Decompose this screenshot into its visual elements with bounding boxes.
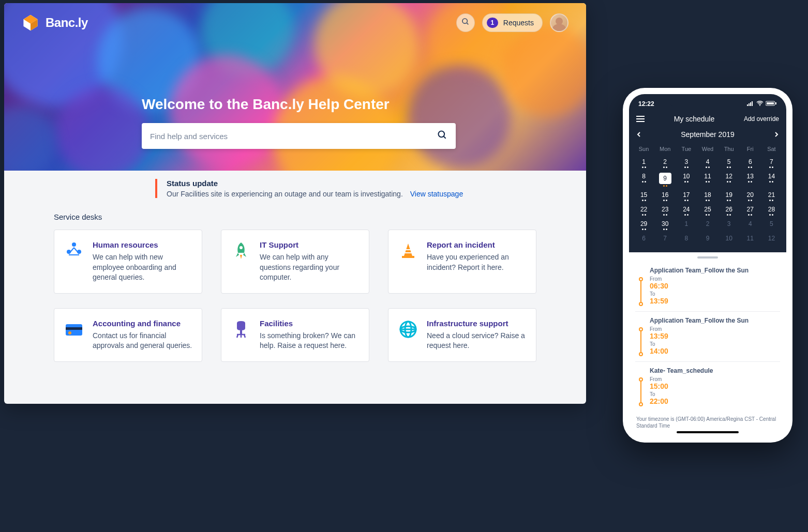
home-indicator[interactable] bbox=[677, 431, 739, 433]
calendar-day[interactable]: 20 bbox=[740, 188, 761, 203]
search-box[interactable] bbox=[142, 123, 456, 149]
calendar-day[interactable]: 8 bbox=[676, 232, 697, 246]
calendar-day[interactable]: 15 bbox=[633, 188, 654, 203]
calendar-day[interactable]: 12 bbox=[719, 170, 740, 188]
svg-point-11 bbox=[68, 331, 71, 335]
calendar-day[interactable]: 30 bbox=[654, 217, 676, 232]
signal-icon bbox=[747, 100, 754, 108]
calendar-day[interactable]: 6 bbox=[740, 155, 761, 170]
calendar-day[interactable]: 12 bbox=[761, 232, 782, 246]
schedule-item[interactable]: Application Team_Follow the SunFrom13:59… bbox=[635, 311, 780, 361]
calendar-day[interactable]: 8 bbox=[633, 170, 654, 188]
search-button[interactable] bbox=[456, 13, 475, 32]
calendar-day[interactable]: 5 bbox=[719, 155, 740, 170]
add-override-button[interactable]: Add override bbox=[744, 115, 779, 123]
calendar-day[interactable]: 2 bbox=[654, 155, 676, 170]
calendar-day[interactable]: 16 bbox=[654, 188, 676, 203]
desk-card-facilities[interactable]: Facilities Is something broken? We can h… bbox=[221, 308, 369, 362]
to-label: To bbox=[650, 391, 780, 397]
calendar-day[interactable]: 1 bbox=[633, 155, 654, 170]
desk-card-incident[interactable]: Report an incident Have you experienced … bbox=[388, 230, 536, 294]
battery-icon bbox=[766, 100, 777, 108]
desk-title: Facilities bbox=[260, 319, 360, 328]
calendar-day[interactable]: 14 bbox=[761, 170, 782, 188]
from-label: From bbox=[650, 326, 780, 332]
calendar-day[interactable]: 25 bbox=[697, 203, 718, 217]
svg-line-1 bbox=[467, 23, 468, 24]
calendar-day[interactable]: 5 bbox=[761, 217, 782, 232]
svg-rect-8 bbox=[402, 256, 414, 258]
calendar-day[interactable]: 11 bbox=[697, 170, 718, 188]
desk-card-accounting[interactable]: Accounting and finance Contact us for fi… bbox=[54, 308, 202, 362]
requests-button[interactable]: 1 Requests bbox=[482, 13, 543, 32]
desk-title: Accounting and finance bbox=[93, 319, 192, 328]
calendar-dow: Mon bbox=[654, 144, 676, 155]
service-desks-heading: Service desks bbox=[54, 212, 536, 221]
to-label: To bbox=[650, 291, 780, 297]
schedule-item[interactable]: Application Team_Follow the SunFrom06:30… bbox=[635, 262, 780, 311]
svg-rect-20 bbox=[752, 101, 753, 106]
calendar-day[interactable]: 26 bbox=[719, 203, 740, 217]
calendar-dow: Sun bbox=[633, 144, 654, 155]
desk-card-hr[interactable]: Human resources We can help with new emp… bbox=[54, 230, 202, 294]
service-desks-grid: Human resources We can help with new emp… bbox=[54, 230, 536, 362]
menu-button[interactable] bbox=[636, 116, 645, 122]
calendar-day[interactable]: 10 bbox=[719, 232, 740, 246]
calendar-day[interactable]: 23 bbox=[654, 203, 676, 217]
next-month-button[interactable] bbox=[774, 130, 779, 139]
calendar-day[interactable]: 10 bbox=[676, 170, 697, 188]
search-input[interactable] bbox=[150, 132, 437, 141]
avatar[interactable] bbox=[550, 13, 568, 32]
schedule-name: Kate- Team_schedule bbox=[650, 367, 780, 374]
desk-title: Report an incident bbox=[427, 240, 527, 249]
drag-handle[interactable] bbox=[697, 256, 718, 259]
schedule-list: Application Team_Follow the SunFrom06:30… bbox=[629, 262, 786, 412]
to-time: 22:00 bbox=[650, 397, 780, 405]
month-label: September 2019 bbox=[681, 130, 735, 139]
schedule-name: Application Team_Follow the Sun bbox=[650, 267, 780, 274]
desk-desc: We can help with any questions regarding… bbox=[260, 252, 360, 283]
schedule-item[interactable]: Kate- Team_scheduleFrom15:00To22:00 bbox=[635, 361, 780, 412]
to-label: To bbox=[650, 341, 780, 347]
calendar-day[interactable]: 3 bbox=[719, 217, 740, 232]
calendar-day[interactable]: 4 bbox=[740, 217, 761, 232]
requests-label: Requests bbox=[503, 19, 534, 27]
calendar-day[interactable]: 19 bbox=[719, 188, 740, 203]
calendar-day[interactable]: 2 bbox=[697, 217, 718, 232]
calendar-day[interactable]: 13 bbox=[740, 170, 761, 188]
status-link[interactable]: View statuspage bbox=[410, 190, 463, 198]
calendar-day[interactable]: 17 bbox=[676, 188, 697, 203]
desk-card-infrastructure[interactable]: Infrastructure support Need a cloud serv… bbox=[388, 308, 536, 362]
page-title: Welcome to the Banc.ly Help Center bbox=[142, 96, 456, 113]
to-time: 13:59 bbox=[650, 297, 780, 305]
rocket-icon bbox=[231, 240, 251, 261]
calendar-day[interactable]: 24 bbox=[676, 203, 697, 217]
calendar-day[interactable]: 4 bbox=[697, 155, 718, 170]
desk-desc: Need a cloud service? Raise a request he… bbox=[427, 331, 527, 351]
globe-icon bbox=[398, 319, 418, 340]
from-time: 06:30 bbox=[650, 282, 780, 290]
brand-logo[interactable]: Banc.ly bbox=[22, 14, 88, 32]
calendar-day[interactable]: 18 bbox=[697, 188, 718, 203]
calendar-day[interactable]: 29 bbox=[633, 217, 654, 232]
calendar-day[interactable]: 22 bbox=[633, 203, 654, 217]
calendar-day[interactable]: 3 bbox=[676, 155, 697, 170]
calendar-day[interactable]: 9 bbox=[697, 232, 718, 246]
calendar-day[interactable]: 11 bbox=[740, 232, 761, 246]
phone-mockup: 12:22 My schedule bbox=[623, 88, 792, 443]
calendar-day[interactable]: 27 bbox=[740, 203, 761, 217]
desk-card-it[interactable]: IT Support We can help with any question… bbox=[221, 230, 369, 294]
requests-badge: 1 bbox=[487, 18, 498, 28]
calendar-day[interactable]: 7 bbox=[761, 155, 782, 170]
svg-line-3 bbox=[444, 136, 446, 139]
calendar-day[interactable]: 21 bbox=[761, 188, 782, 203]
schedule-name: Application Team_Follow the Sun bbox=[650, 317, 780, 324]
calendar-day[interactable]: 7 bbox=[654, 232, 676, 246]
calendar-day[interactable]: 28 bbox=[761, 203, 782, 217]
status-title: Status update bbox=[167, 179, 536, 188]
prev-month-button[interactable] bbox=[636, 130, 641, 139]
svg-point-21 bbox=[759, 105, 760, 106]
calendar-day[interactable]: 9 bbox=[654, 170, 676, 188]
calendar-day[interactable]: 6 bbox=[633, 232, 654, 246]
calendar-day[interactable]: 1 bbox=[676, 217, 697, 232]
